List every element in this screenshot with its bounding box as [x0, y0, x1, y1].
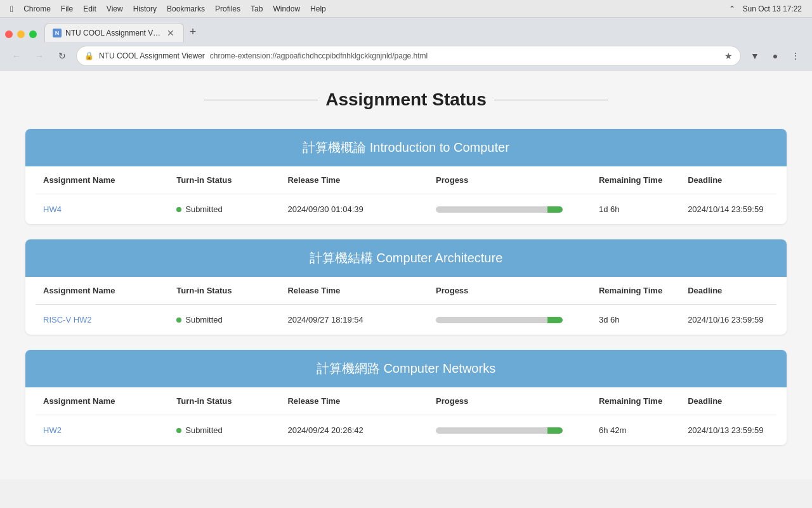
th-remaining-time: Remaining Time — [591, 166, 680, 194]
course-header-computer-architecture: 計算機結構 Computer Architecture — [25, 239, 787, 277]
tab-favicon-icon: N — [53, 29, 62, 37]
close-window-button[interactable] — [5, 30, 13, 38]
th-progess: Progess — [428, 277, 591, 305]
table-container-computer-architecture: Assignment NameTurn-in StatusRelease Tim… — [25, 277, 787, 335]
os-menu-bar:  Chrome File Edit View History Bookmark… — [0, 0, 812, 18]
th-assignment-name: Assignment Name — [36, 166, 169, 194]
course-section-computer-networks: 計算機網路 Computer NetworksAssignment NameTu… — [25, 350, 787, 445]
apple-logo-icon:  — [10, 4, 13, 14]
progress-fill — [547, 206, 563, 213]
th-deadline: Deadline — [680, 166, 776, 194]
progress-track — [436, 427, 563, 434]
assignment-table-computer-architecture: Assignment NameTurn-in StatusRelease Tim… — [36, 277, 776, 335]
datetime-display: Sun Oct 13 17:22 — [743, 4, 802, 13]
menu-help[interactable]: Help — [310, 4, 326, 13]
minimize-window-button[interactable] — [17, 30, 25, 38]
table-row: HW4Submitted2024/09/30 01:04:391d 6h2024… — [36, 194, 776, 225]
th-turn-in-status: Turn-in Status — [169, 387, 280, 415]
th-release-time: Release Time — [280, 387, 428, 415]
table-container-computer-networks: Assignment NameTurn-in StatusRelease Tim… — [25, 387, 787, 445]
progress-track — [436, 206, 563, 213]
active-tab[interactable]: N NTU COOL Assignment Viewe... ✕ — [44, 23, 184, 42]
courses-container: 計算機概論 Introduction to ComputerAssignment… — [25, 129, 787, 445]
status-label: Submitted — [185, 204, 223, 214]
th-progess: Progess — [428, 387, 591, 415]
window-controls — [5, 30, 37, 38]
progress-bar — [436, 317, 563, 323]
deadline: 2024/10/13 23:59:59 — [680, 415, 776, 446]
course-header-intro-computer: 計算機概論 Introduction to Computer — [25, 129, 787, 166]
th-assignment-name: Assignment Name — [36, 387, 169, 415]
release-time: 2024/09/30 01:04:39 — [280, 194, 428, 225]
table-row: RISC-V HW2Submitted2024/09/27 18:19:543d… — [36, 305, 776, 335]
status-label: Submitted — [185, 425, 223, 435]
remaining-time: 6h 42m — [591, 415, 680, 446]
menu-history[interactable]: History — [133, 4, 157, 13]
extensions-button[interactable]: ▼ — [746, 47, 764, 65]
bookmark-icon[interactable]: ★ — [724, 51, 733, 61]
browser-action-buttons: ▼ ● ⋮ — [746, 47, 804, 65]
table-container-intro-computer: Assignment NameTurn-in StatusRelease Tim… — [25, 166, 787, 224]
course-section-computer-architecture: 計算機結構 Computer ArchitectureAssignment Na… — [25, 239, 787, 335]
release-time: 2024/09/24 20:26:42 — [280, 415, 428, 446]
assignment-link-HW4[interactable]: HW4 — [43, 204, 62, 214]
os-menu-left:  Chrome File Edit View History Bookmark… — [10, 4, 326, 14]
reload-button[interactable]: ↻ — [53, 47, 71, 65]
release-time: 2024/09/27 18:19:54 — [280, 305, 428, 335]
address-url: chrome-extension://agpoafichdhccpibdfnhk… — [210, 51, 719, 60]
status-dot-icon — [176, 207, 181, 212]
back-button[interactable]: ← — [8, 47, 25, 65]
profile-button[interactable]: ● — [766, 47, 784, 65]
forward-button[interactable]: → — [30, 47, 48, 65]
tab-bar: N NTU COOL Assignment Viewe... ✕ + — [0, 18, 812, 42]
th-turn-in-status: Turn-in Status — [169, 277, 280, 305]
page-title: Assignment Status — [25, 90, 787, 110]
menu-edit[interactable]: Edit — [83, 4, 96, 13]
progress-fill — [547, 317, 563, 323]
th-deadline: Deadline — [680, 387, 776, 415]
menu-file[interactable]: File — [61, 4, 73, 13]
maximize-window-button[interactable] — [29, 30, 37, 38]
assignment-link-RISC-V-HW2[interactable]: RISC-V HW2 — [43, 315, 92, 324]
th-progess: Progess — [428, 166, 591, 194]
progress-bar — [436, 206, 563, 213]
new-tab-button[interactable]: + — [184, 23, 202, 41]
th-release-time: Release Time — [280, 166, 428, 194]
menu-window[interactable]: Window — [273, 4, 300, 13]
status-dot-icon — [176, 428, 181, 433]
tab-title: NTU COOL Assignment Viewe... — [65, 29, 162, 37]
menu-chrome[interactable]: Chrome — [23, 4, 51, 13]
th-deadline: Deadline — [680, 277, 776, 305]
more-options-button[interactable]: ⋮ — [787, 47, 804, 65]
menu-profiles[interactable]: Profiles — [215, 4, 240, 13]
menu-bookmarks[interactable]: Bookmarks — [167, 4, 205, 13]
menu-view[interactable]: View — [107, 4, 123, 13]
th-remaining-time: Remaining Time — [591, 277, 680, 305]
os-status-area: ⌃ Sun Oct 13 17:22 — [729, 4, 802, 13]
th-release-time: Release Time — [280, 277, 428, 305]
deadline: 2024/10/16 23:59:59 — [680, 305, 776, 335]
remaining-time: 1d 6h — [591, 194, 680, 225]
progress-bar — [436, 427, 563, 434]
status-label: Submitted — [185, 315, 223, 324]
status-submitted: Submitted — [176, 204, 272, 214]
table-row: HW2Submitted2024/09/24 20:26:426h 42m202… — [36, 415, 776, 446]
deadline: 2024/10/14 23:59:59 — [680, 194, 776, 225]
wifi-icon: ⌃ — [729, 4, 735, 13]
site-name: NTU COOL Assignment Viewer — [99, 51, 205, 60]
menu-tab[interactable]: Tab — [251, 4, 263, 13]
assignment-table-intro-computer: Assignment NameTurn-in StatusRelease Tim… — [36, 166, 776, 224]
browser-chrome: N NTU COOL Assignment Viewe... ✕ + ← → ↻… — [0, 18, 812, 70]
assignment-table-computer-networks: Assignment NameTurn-in StatusRelease Tim… — [36, 387, 776, 445]
assignment-link-HW2[interactable]: HW2 — [43, 425, 62, 435]
course-section-intro-computer: 計算機概論 Introduction to ComputerAssignment… — [25, 129, 787, 224]
th-turn-in-status: Turn-in Status — [169, 166, 280, 194]
status-submitted: Submitted — [176, 315, 272, 324]
progress-track — [436, 317, 563, 323]
course-header-computer-networks: 計算機網路 Computer Networks — [25, 350, 787, 387]
th-remaining-time: Remaining Time — [591, 387, 680, 415]
tab-close-button[interactable]: ✕ — [166, 28, 176, 38]
page-content: Assignment Status 計算機概論 Introduction to … — [0, 70, 812, 479]
status-dot-icon — [176, 318, 181, 323]
address-bar[interactable]: 🔒 NTU COOL Assignment Viewer chrome-exte… — [76, 46, 741, 66]
